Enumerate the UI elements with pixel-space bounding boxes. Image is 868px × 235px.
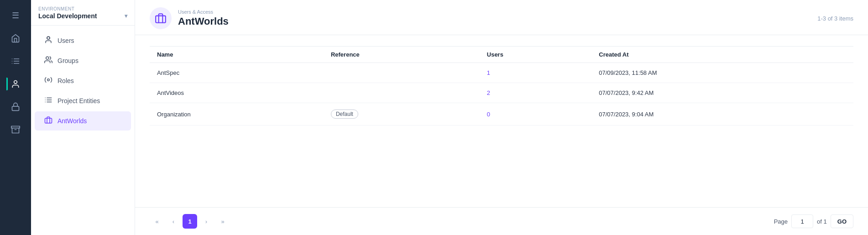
sidebar-item-label: AntWorlds [58, 117, 87, 125]
of-label: of 1 [817, 218, 827, 225]
box-icon[interactable] [6, 120, 25, 139]
cell-name: Organization [150, 103, 324, 125]
page-title: AntWorlds [178, 16, 229, 27]
col-header-users: Users [480, 47, 592, 63]
svg-rect-8 [11, 126, 20, 128]
cell-users[interactable]: 2 [480, 83, 592, 103]
cell-reference [324, 83, 480, 103]
person-icon[interactable] [6, 75, 25, 93]
col-header-name: Name [150, 47, 324, 63]
col-header-reference: Reference [324, 47, 480, 63]
sidebar-nav: Users Groups Roles Project Entities AntW… [31, 26, 135, 235]
cell-reference: Default [324, 103, 480, 125]
page-header-icon [150, 7, 172, 29]
table-row[interactable]: AntSpec 1 07/09/2023, 11:58 AM [150, 63, 853, 83]
sidebar-item-label: Users [58, 37, 74, 44]
header-titles: Users & Access AntWorlds [178, 9, 229, 27]
cell-name: AntVideos [150, 83, 324, 103]
svg-point-6 [14, 81, 17, 84]
svg-rect-7 [12, 106, 19, 110]
pagination-controls: « ‹ 1 › » [150, 214, 230, 229]
prev-page-button[interactable]: ‹ [166, 214, 181, 229]
lock-icon[interactable] [6, 98, 25, 116]
current-page-button[interactable]: 1 [183, 214, 197, 229]
users-nav-icon [44, 36, 53, 46]
environment-name[interactable]: Local Development ▾ [38, 12, 127, 20]
svg-rect-21 [156, 16, 166, 23]
first-page-button[interactable]: « [150, 214, 164, 229]
list-icon[interactable] [6, 52, 25, 70]
project-entities-nav-icon [44, 96, 53, 106]
svg-point-12 [46, 57, 49, 59]
entities-table: Name Reference Users Created At AntSpec … [150, 46, 853, 125]
home-icon[interactable] [6, 29, 25, 47]
sidebar-item-users[interactable]: Users [35, 31, 131, 50]
sidebar-item-roles[interactable]: Roles [35, 71, 131, 90]
cell-name: AntSpec [150, 63, 324, 83]
antworlds-nav-icon [44, 116, 53, 126]
next-page-button[interactable]: › [199, 214, 214, 229]
cell-created-at: 07/07/2023, 9:42 AM [591, 83, 853, 103]
page-label: Page [774, 218, 788, 225]
sidebar-item-antworlds[interactable]: AntWorlds [35, 111, 131, 131]
page-number-input[interactable] [791, 214, 813, 228]
groups-nav-icon [44, 56, 53, 66]
table-row[interactable]: AntVideos 2 07/07/2023, 9:42 AM [150, 83, 853, 103]
main-content: Users & Access AntWorlds 1-3 of 3 items … [135, 0, 868, 235]
users-link[interactable]: 2 [487, 89, 490, 96]
pagination-right: Page of 1 GO [774, 214, 853, 228]
sidebar-item-label: Groups [58, 57, 78, 64]
cell-users[interactable]: 1 [480, 63, 592, 83]
go-button[interactable]: GO [831, 214, 853, 228]
sidebar: Environment Local Development ▾ Users Gr… [31, 0, 135, 235]
default-badge: Default [331, 110, 358, 119]
sidebar-item-project-entities[interactable]: Project Entities [35, 91, 131, 110]
sidebar-header: Environment Local Development ▾ [31, 0, 135, 26]
chevron-down-icon: ▾ [125, 13, 127, 19]
users-link[interactable]: 0 [487, 111, 490, 118]
sidebar-item-groups[interactable]: Groups [35, 51, 131, 70]
cell-created-at: 07/09/2023, 11:58 AM [591, 63, 853, 83]
menu-icon[interactable]: ☰ [6, 6, 25, 25]
table-row[interactable]: Organization Default 0 07/07/2023, 9:04 … [150, 103, 853, 125]
cell-users[interactable]: 0 [480, 103, 592, 125]
pagination-bar: « ‹ 1 › » Page of 1 GO [135, 207, 868, 235]
table-area: Name Reference Users Created At AntSpec … [135, 35, 868, 207]
breadcrumb: Users & Access [178, 9, 229, 15]
svg-point-13 [47, 79, 50, 81]
col-header-created-at: Created At [591, 47, 853, 63]
sidebar-item-label: Roles [58, 77, 74, 84]
cell-created-at: 07/07/2023, 9:04 AM [591, 103, 853, 125]
users-link[interactable]: 1 [487, 69, 490, 76]
sidebar-item-label: Project Entities [58, 97, 100, 104]
roles-nav-icon [44, 76, 53, 86]
last-page-button[interactable]: » [215, 214, 230, 229]
environment-label: Environment [38, 6, 127, 11]
page-header: Users & Access AntWorlds 1-3 of 3 items [135, 0, 868, 35]
svg-rect-20 [45, 118, 52, 123]
svg-point-11 [47, 37, 50, 39]
cell-reference [324, 63, 480, 83]
items-count: 1-3 of 3 items [817, 15, 853, 22]
icon-rail: ☰ [0, 0, 31, 235]
header-left: Users & Access AntWorlds [150, 7, 229, 29]
